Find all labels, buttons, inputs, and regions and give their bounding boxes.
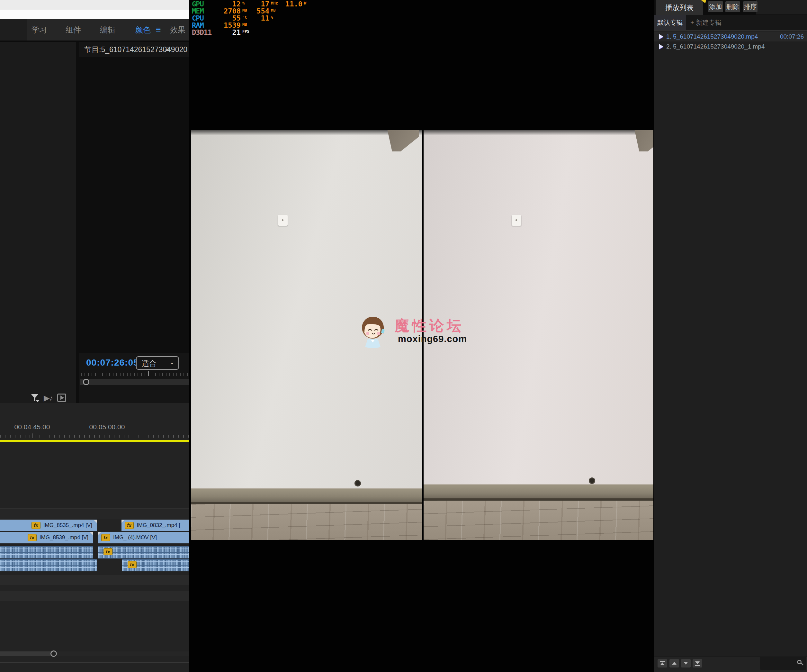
monitor-ruler-major-tick xyxy=(148,371,149,376)
top-strip-gray xyxy=(0,0,189,10)
tab-default-album[interactable]: 默认专辑 xyxy=(654,15,686,30)
playlist-panel xyxy=(654,0,807,672)
new-album-button[interactable]: + 新建专辑 xyxy=(690,15,722,30)
screen: 学习 组件 编辑 颜色 ≡ 效果 节目:5_610714261527304902… xyxy=(0,0,807,672)
timeline-track-spacer xyxy=(0,509,189,519)
stat-row-d3d11: D3D1121FPS xyxy=(192,29,306,36)
fx-badge: fx xyxy=(28,534,37,541)
watermark-site: moxing69.com xyxy=(398,334,467,344)
filter-icon[interactable] xyxy=(31,394,39,403)
timeline-zoom-handle[interactable] xyxy=(50,650,57,657)
playlist-item[interactable]: 1. 5_6107142615273049020.mp4 00:07:26 xyxy=(654,32,807,42)
playlist-search-input[interactable] xyxy=(760,657,806,670)
move-down-button[interactable] xyxy=(681,659,691,667)
timeline-clip[interactable]: fx IMG_0832_.mp4 [ xyxy=(121,520,189,531)
timeline-empty-track xyxy=(0,591,189,601)
monitor-scrub-handle[interactable] xyxy=(83,379,89,385)
timeline-clip[interactable]: fx IMG_8535_.mp4 [V] xyxy=(0,520,97,531)
clip-name: IMG_8535_.mp4 [V] xyxy=(43,522,92,529)
timeline-audio-clip[interactable] xyxy=(0,559,97,571)
fx-badge: fx xyxy=(32,522,40,529)
playlist-item-name: 2. 5_6107142615273049020_1.mp4 xyxy=(666,42,765,52)
work-area-bar[interactable] xyxy=(0,440,189,442)
left-panel xyxy=(0,42,76,403)
wall-outlet xyxy=(354,480,361,486)
export-icon[interactable] xyxy=(57,394,66,402)
zoom-fit-label: 适合 xyxy=(142,359,156,368)
wood-floor xyxy=(423,501,653,540)
timeline-major-tick xyxy=(107,433,107,438)
top-strip-white xyxy=(0,10,189,19)
move-bottom-button[interactable] xyxy=(692,659,702,667)
move-top-button[interactable] xyxy=(658,659,667,667)
move-up-button[interactable] xyxy=(669,659,679,667)
video-top-shade xyxy=(423,130,653,135)
clip-name: IMG_ (4).MOV [V] xyxy=(113,534,157,541)
workspace-overflow-icon[interactable]: ≡ xyxy=(154,19,163,40)
workspace-bar-left xyxy=(0,19,27,40)
divider xyxy=(0,662,189,663)
workspace-tab-learn[interactable]: 学习 xyxy=(28,19,50,40)
wood-floor xyxy=(191,504,422,540)
play-icon xyxy=(659,34,663,39)
fx-badge: fx xyxy=(101,534,110,541)
search-icon xyxy=(797,660,802,664)
fx-badge: fx xyxy=(125,522,134,529)
timeline-ruler[interactable] xyxy=(0,435,189,437)
clip-name: IMG_8539_.mp4 [V] xyxy=(40,534,88,541)
playlist-item-duration: 00:07:26 xyxy=(780,32,804,42)
wall-switch xyxy=(278,215,288,226)
timeline-clip[interactable]: fx IMG_8539_.mp4 [V] xyxy=(0,532,93,543)
stat-row-ram: RAM1539MB xyxy=(192,22,306,29)
timeline-clip[interactable]: fx IMG_ (4).MOV [V] xyxy=(98,532,189,543)
performance-overlay: GPU12%17MHz11.0W MEM2708MB554MB CPU55°C1… xyxy=(192,1,306,36)
watermark-avatar xyxy=(356,313,391,349)
playlist-item[interactable]: 2. 5_6107142615273049020_1.mp4 xyxy=(654,42,807,52)
stat-row-cpu: CPU55°C11% xyxy=(192,15,306,22)
wall-outlet xyxy=(589,477,595,484)
fx-badge: fx xyxy=(103,548,113,555)
delete-button[interactable]: 删除 xyxy=(726,1,740,12)
timeline-audio-clip[interactable] xyxy=(0,546,93,559)
panel-divider xyxy=(76,42,79,403)
workspace-tab-assembly[interactable]: 组件 xyxy=(63,19,84,40)
fx-badge: fx xyxy=(128,561,136,568)
program-monitor-viewer xyxy=(79,57,189,353)
workspace-tab-color[interactable]: 颜色 xyxy=(133,19,154,40)
sort-button[interactable]: 排序 xyxy=(743,1,757,12)
wall-switch xyxy=(511,215,521,226)
play-icon xyxy=(659,44,663,49)
chevron-down-icon: ⌄ xyxy=(169,358,174,366)
baseboard xyxy=(191,488,422,504)
playlist-item-name: 1. 5_6107142615273049020.mp4 xyxy=(666,32,758,42)
zoom-fit-dropdown[interactable]: 适合 ⌄ xyxy=(136,356,179,370)
play-audio-icon[interactable]: ▶♪ xyxy=(44,394,52,403)
timeline-ruler-label: 00:04:45:00 xyxy=(7,423,58,431)
timeline-major-tick xyxy=(32,433,32,438)
stat-row-gpu: GPU12%17MHz11.0W xyxy=(192,1,306,8)
add-button[interactable]: 添加 xyxy=(708,1,723,12)
panel-menu-icon[interactable]: ≡ xyxy=(165,45,170,54)
timeline-ruler-label: 00:05:00:00 xyxy=(81,423,133,431)
monitor-scrub-bar[interactable] xyxy=(80,379,189,385)
tab-playlist[interactable]: 播放列表 xyxy=(656,0,703,15)
workspace-tab-effects[interactable]: 效果 xyxy=(167,19,188,40)
program-panel-title: 节目:5_6107142615273049020 xyxy=(84,45,188,55)
watermark-title: 魔性论坛 xyxy=(395,316,464,335)
workspace-bar: 学习 组件 编辑 颜色 ≡ 效果 xyxy=(0,19,189,40)
timeline-empty-track xyxy=(0,575,189,585)
monitor-mini-ruler[interactable] xyxy=(81,373,189,376)
stat-row-mem: MEM2708MB554MB xyxy=(192,8,306,15)
workspace-tab-editing[interactable]: 编辑 xyxy=(97,19,118,40)
timeline-zoom-fill xyxy=(0,651,54,656)
baseboard xyxy=(423,484,653,501)
program-timecode[interactable]: 00:07:26:05 xyxy=(86,358,139,368)
playlist-tab-bar-right xyxy=(756,0,807,15)
clip-name: IMG_0832_.mp4 [ xyxy=(136,522,180,529)
